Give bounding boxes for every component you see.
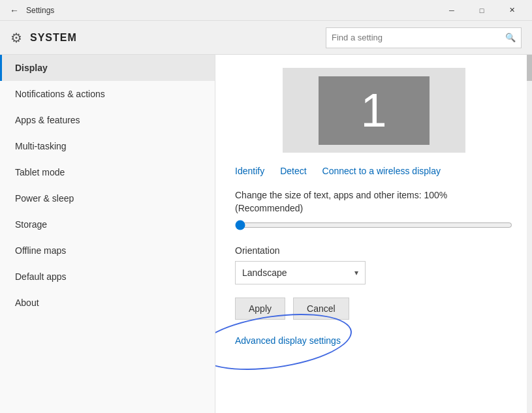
search-box[interactable]: 🔍	[326, 27, 522, 48]
identify-link[interactable]: Identify	[235, 166, 264, 176]
button-row: Apply Cancel	[235, 298, 512, 320]
content-inner: 1 Identify Detect Connect to a wireless …	[215, 55, 532, 365]
detect-link[interactable]: Detect	[280, 166, 306, 176]
titlebar-title: Settings	[26, 6, 437, 15]
scale-label: Change the size of text, apps and other …	[235, 189, 512, 215]
advanced-link-area: Advanced display settings	[235, 335, 341, 346]
sidebar-item-apps[interactable]: Apps & features	[0, 107, 215, 133]
titlebar: ← Settings ─ □ ✕	[0, 0, 532, 21]
scale-slider-container	[235, 220, 512, 232]
sidebar-item-tablet[interactable]: Tablet mode	[0, 159, 215, 185]
sidebar-item-storage[interactable]: Storage	[0, 211, 215, 237]
back-button[interactable]: ←	[5, 1, 23, 20]
chevron-down-icon: ▾	[354, 268, 358, 277]
gear-icon: ⚙	[10, 30, 22, 46]
sidebar-item-multitasking[interactable]: Multi-tasking	[0, 133, 215, 159]
monitor-box: 1	[319, 76, 430, 145]
app-title: SYSTEM	[30, 32, 326, 44]
back-icon: ←	[10, 5, 19, 16]
sidebar-item-about[interactable]: About	[0, 290, 215, 316]
sidebar-item-offline-maps[interactable]: Offline maps	[0, 237, 215, 264]
monitor-number: 1	[360, 87, 386, 134]
content-scrollbar[interactable]	[527, 55, 532, 413]
app-header: ⚙ SYSTEM 🔍	[0, 21, 532, 55]
close-icon: ✕	[509, 6, 515, 14]
content-scrollbar-thumb[interactable]	[527, 55, 532, 81]
search-icon: 🔍	[505, 33, 516, 42]
content-area: 1 Identify Detect Connect to a wireless …	[215, 55, 532, 413]
close-button[interactable]: ✕	[497, 0, 527, 21]
sidebar: Display Notifications & actions Apps & f…	[0, 55, 215, 413]
orientation-label: Orientation	[235, 245, 512, 256]
monitor-background: 1	[283, 68, 465, 153]
minimize-button[interactable]: ─	[437, 0, 467, 21]
sidebar-item-notifications[interactable]: Notifications & actions	[0, 81, 215, 107]
maximize-icon: □	[480, 7, 484, 14]
search-input[interactable]	[332, 33, 505, 42]
sidebar-item-power[interactable]: Power & sleep	[0, 185, 215, 211]
monitor-area: 1	[235, 68, 512, 153]
sidebar-item-default-apps[interactable]: Default apps	[0, 264, 215, 290]
orientation-value: Landscape	[242, 268, 354, 278]
main-layout: Display Notifications & actions Apps & f…	[0, 55, 532, 413]
display-links: Identify Detect Connect to a wireless di…	[235, 166, 512, 176]
cancel-button[interactable]: Cancel	[293, 298, 349, 320]
minimize-icon: ─	[449, 7, 454, 14]
orientation-dropdown[interactable]: Landscape ▾	[235, 261, 366, 284]
sidebar-item-display[interactable]: Display	[0, 55, 215, 81]
scale-slider[interactable]	[235, 220, 512, 230]
advanced-display-settings-link[interactable]: Advanced display settings	[235, 335, 341, 346]
apply-button[interactable]: Apply	[235, 298, 285, 320]
connect-wireless-link[interactable]: Connect to a wireless display	[322, 166, 441, 176]
maximize-button[interactable]: □	[467, 0, 497, 21]
titlebar-controls: ─ □ ✕	[437, 0, 527, 21]
